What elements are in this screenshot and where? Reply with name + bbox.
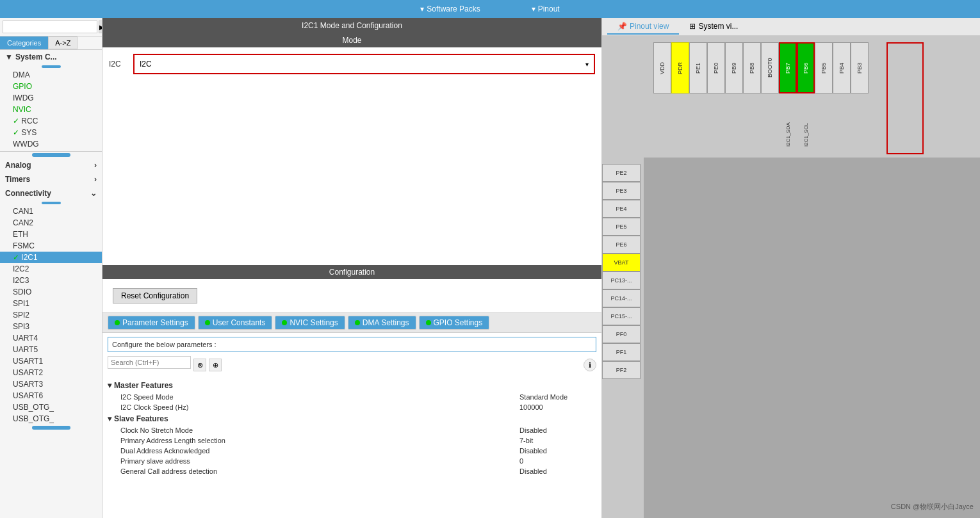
scroll-indicator [42, 65, 61, 68]
sidebar-list: ▼ System C... DMA GPIO IWDG NVIC RCC SYS… [0, 50, 102, 518]
sidebar-item-nvic[interactable]: NVIC [0, 104, 102, 115]
tab-gpio-settings[interactable]: GPIO Settings [419, 316, 490, 330]
divider-1 [0, 151, 102, 152]
reset-btn-wrapper: Reset Configuration [102, 279, 601, 312]
mode-select-wrapper: I2C SMBus-Alert-mode SMBus-Device-mode S… [133, 54, 595, 74]
sidebar-section-system[interactable]: ▼ System C... [0, 50, 102, 64]
sidebar-item-uart4[interactable]: UART4 [0, 332, 102, 344]
side-pin-pe6[interactable]: PE6 [602, 236, 641, 254]
sidebar-item-wwdg[interactable]: WWDG [0, 138, 102, 150]
sidebar-section-connectivity[interactable]: Connectivity ⌄ [0, 186, 102, 200]
param-name-dual-addr: Dual Address Acknowledged [120, 447, 519, 455]
sidebar-item-usart6[interactable]: USART6 [0, 390, 102, 401]
pin-highlight-box [886, 42, 924, 154]
sidebar-item-usart1[interactable]: USART1 [0, 355, 102, 367]
search-input[interactable] [3, 20, 97, 33]
side-pin-pc15[interactable]: PC15-... [602, 307, 641, 325]
master-features-group[interactable]: ▾ Master Features [108, 379, 596, 392]
sidebar-section-analog[interactable]: Analog › [0, 158, 102, 172]
timers-label: Timers [5, 175, 30, 184]
sidebar-item-fsmc[interactable]: FSMC [0, 240, 102, 252]
pin-boot0[interactable]: BOOT0 [761, 42, 779, 93]
mode-row: I2C I2C SMBus-Alert-mode SMBus-Device-mo… [109, 54, 595, 74]
params-header-text: Configure the below parameters : [112, 341, 216, 348]
params-search-clear[interactable]: ⊗ [193, 359, 206, 371]
params-info-button[interactable]: ℹ [584, 359, 596, 371]
tab-system-view[interactable]: ⊞ System vi... [679, 19, 748, 35]
sidebar-item-can2[interactable]: CAN2 [0, 217, 102, 229]
sidebar-item-uart5[interactable]: UART5 [0, 344, 102, 355]
params-search-input[interactable] [108, 356, 191, 369]
sidebar-item-sdio[interactable]: SDIO [0, 286, 102, 298]
side-pin-pe2[interactable]: PE2 [602, 164, 641, 182]
side-pin-pc13[interactable]: PC13-... [602, 271, 641, 289]
sidebar-item-usart3[interactable]: USART3 [0, 378, 102, 390]
sidebar-item-spi2[interactable]: SPI2 [0, 309, 102, 321]
side-pin-pf1[interactable]: PF1 [602, 343, 641, 361]
pin-vdd[interactable]: VDD [653, 42, 671, 93]
gpio-dot [426, 320, 431, 325]
pin-pb6[interactable]: PB6 I2C1_SCL [797, 42, 815, 93]
sidebar-item-i2c2[interactable]: I2C2 [0, 263, 102, 275]
dma-dot [355, 320, 360, 325]
software-packs-menu[interactable]: ▾ Software Packs [420, 4, 480, 13]
side-pin-pe4[interactable]: PE4 [602, 200, 641, 218]
tab-nvic-settings[interactable]: NVIC Settings [275, 316, 345, 330]
pin-pe1[interactable]: PE1 [689, 42, 707, 93]
pin-pb4[interactable]: PB4 [833, 42, 851, 93]
param-name-speed-mode: I2C Speed Mode [120, 393, 519, 401]
pin-pb7[interactable]: PB7 I2C1_SDA [779, 42, 797, 93]
sidebar-item-usart2[interactable]: USART2 [0, 367, 102, 378]
pin-pb3[interactable]: PB3 [851, 42, 869, 93]
tab-az[interactable]: A->Z [48, 36, 78, 49]
param-name-addr-len: Primary Address Length selection [120, 437, 519, 444]
watermark: CSDN @物联网小白Jayce [891, 502, 974, 512]
sidebar-item-i2c1[interactable]: ✓ I2C1 [0, 252, 102, 263]
pin-pb8[interactable]: PB8 [743, 42, 761, 93]
sidebar-item-spi3[interactable]: SPI3 [0, 321, 102, 332]
system-view-icon: ⊞ [689, 22, 696, 31]
side-pin-pe5[interactable]: PE5 [602, 218, 641, 236]
param-general-call: General Call address detection Disabled [108, 466, 596, 476]
side-pin-pc14[interactable]: PC14-... [602, 289, 641, 307]
tab-categories[interactable]: Categories [0, 36, 48, 49]
sidebar-item-spi1[interactable]: SPI1 [0, 298, 102, 309]
user-tab-label: User Constants [213, 318, 266, 327]
slave-features-group[interactable]: ▾ Slave Features [108, 412, 596, 425]
side-pin-pf0[interactable]: PF0 [602, 325, 641, 343]
top-bar: ▾ Software Packs ▾ Pinout [0, 0, 980, 18]
sidebar-item-sys[interactable]: SYS [0, 127, 102, 138]
sidebar-item-i2c3[interactable]: I2C3 [0, 275, 102, 286]
reset-config-button[interactable]: Reset Configuration [113, 288, 197, 304]
param-name-clock-stretch: Clock No Stretch Mode [120, 426, 519, 434]
sidebar-item-iwdg[interactable]: IWDG [0, 92, 102, 104]
param-clock-no-stretch: Clock No Stretch Mode Disabled [108, 425, 596, 435]
tab-dma-settings[interactable]: DMA Settings [348, 316, 416, 330]
side-pin-vbat[interactable]: VBAT [602, 254, 641, 271]
tab-parameter-settings[interactable]: Parameter Settings [108, 316, 195, 330]
side-pin-pe3[interactable]: PE3 [602, 182, 641, 200]
tab-pinout-view[interactable]: 📌 Pinout view [607, 19, 679, 35]
param-name-slave-addr: Primary slave address [120, 457, 519, 465]
pin-pb9[interactable]: PB9 [725, 42, 743, 93]
sidebar-item-rcc[interactable]: RCC [0, 115, 102, 127]
sidebar-section-timers[interactable]: Timers › [0, 172, 102, 186]
sidebar-item-eth[interactable]: ETH [0, 229, 102, 240]
top-pins-row: VDD PDR PE1 PE0 PB9 PB8 BOOT0 PB7 I2C1_S… [653, 42, 869, 93]
pin-pdr[interactable]: PDR [671, 42, 689, 93]
param-value-clock-speed: 100000 [519, 403, 596, 411]
pin-pe0[interactable]: PE0 [707, 42, 725, 93]
sidebar-item-usb-otg-2[interactable]: USB_OTG_ [0, 413, 102, 425]
mode-select[interactable]: I2C SMBus-Alert-mode SMBus-Device-mode S… [135, 55, 594, 73]
blue-scroll-1 [32, 153, 70, 157]
sidebar-item-usb-otg-1[interactable]: USB_OTG_ [0, 401, 102, 413]
tab-user-constants[interactable]: User Constants [198, 316, 273, 330]
sidebar-item-dma[interactable]: DMA [0, 69, 102, 81]
params-search-nav[interactable]: ⊕ [209, 359, 222, 371]
sidebar-item-can1[interactable]: CAN1 [0, 206, 102, 217]
sidebar-item-gpio[interactable]: GPIO [0, 81, 102, 92]
pin-pb5[interactable]: PB5 [815, 42, 833, 93]
config-title: Configuration [102, 265, 601, 279]
side-pin-pf2[interactable]: PF2 [602, 361, 641, 379]
pinout-menu[interactable]: ▾ Pinout [532, 4, 560, 13]
